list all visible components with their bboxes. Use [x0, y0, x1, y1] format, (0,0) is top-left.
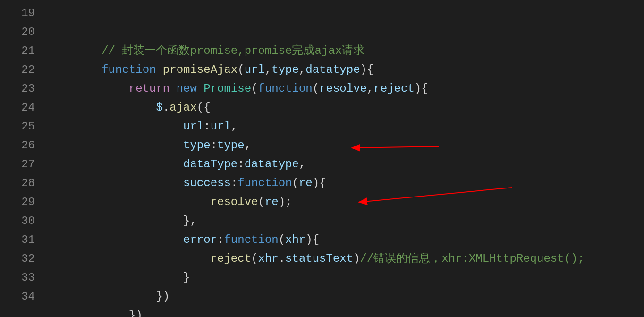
code-token: dataType — [183, 158, 237, 171]
code-line[interactable]: function promiseAjax(url,type,datatype){ — [47, 60, 644, 79]
code-token: { — [367, 63, 373, 76]
code-token: ( — [197, 101, 203, 114]
code-token: { — [421, 82, 428, 95]
code-line[interactable]: error:function(xhr){ — [47, 231, 644, 249]
code-token: ( — [292, 177, 299, 189]
code-token: ) — [360, 63, 367, 76]
line-number: 20 — [0, 23, 35, 42]
code-token: } — [183, 214, 190, 227]
line-number: 27 — [0, 155, 35, 174]
code-token: , — [299, 158, 305, 171]
code-token: // 封装一个函数promise,promise完成ajax请求 — [102, 44, 364, 57]
code-line[interactable]: dataType:datatype, — [47, 155, 644, 174]
code-token: } — [156, 290, 162, 303]
code-token: Promise — [203, 82, 251, 95]
code-token: function — [102, 63, 156, 76]
line-number: 22 — [0, 60, 35, 79]
code-token: ) — [415, 82, 421, 95]
code-token: ) — [305, 233, 312, 246]
code-token: statusText — [285, 252, 353, 265]
code-token: ) — [136, 309, 142, 317]
code-line[interactable]: }) — [47, 306, 644, 317]
code-token: : — [231, 177, 237, 189]
code-token: , — [265, 63, 271, 76]
code-token: //错误的信息，xhr:XMLHttpRequest(); — [360, 252, 585, 265]
code-token: ) — [353, 252, 360, 265]
code-token: type — [183, 139, 211, 152]
code-token: url — [183, 120, 203, 133]
line-number: 23 — [0, 79, 35, 98]
code-token: ) — [279, 196, 285, 208]
code-token: datatype — [245, 158, 299, 171]
code-token: : — [203, 120, 210, 133]
code-line[interactable]: return new Promise(function(resolve,reje… — [47, 79, 644, 98]
code-token: ( — [251, 82, 258, 95]
code-token: re — [265, 196, 279, 208]
code-token: reject — [211, 252, 251, 265]
code-line[interactable]: type:type, — [47, 136, 644, 155]
code-token: ( — [258, 196, 264, 208]
code-line[interactable]: }) — [47, 287, 644, 306]
code-line[interactable]: // 封装一个函数promise,promise完成ajax请求 — [47, 42, 644, 60]
code-editor[interactable]: 19202122232425262728293031323334 // 封装一个… — [0, 0, 644, 317]
line-number: 21 — [0, 42, 35, 60]
code-token — [156, 63, 162, 76]
line-number: 32 — [0, 249, 35, 268]
code-line[interactable]: $.ajax({ — [47, 98, 644, 117]
code-line[interactable]: }, — [47, 212, 644, 231]
code-token: xhr — [285, 233, 305, 246]
code-token: ) — [163, 290, 169, 303]
code-token: datatype — [305, 63, 360, 76]
code-token: function — [258, 82, 313, 95]
code-token: } — [129, 309, 136, 317]
code-token: { — [313, 233, 319, 246]
code-token: promiseAjax — [163, 63, 237, 76]
code-line[interactable]: success:function(re){ — [47, 174, 644, 193]
line-number: 19 — [0, 4, 35, 23]
line-number: 26 — [0, 136, 35, 155]
code-token: , — [190, 214, 196, 227]
code-token: ( — [237, 63, 244, 76]
code-token: ; — [285, 196, 292, 208]
code-line[interactable]: } — [47, 268, 644, 287]
line-number-gutter: 19202122232425262728293031323334 — [0, 0, 47, 317]
code-token: ajax — [169, 101, 197, 114]
code-token — [169, 82, 176, 95]
code-line[interactable]: reject(xhr.statusText)//错误的信息，xhr:XMLHtt… — [47, 249, 644, 268]
line-number: 31 — [0, 231, 35, 249]
code-token: . — [163, 101, 169, 114]
code-token: re — [299, 177, 313, 189]
code-token: { — [203, 101, 210, 114]
line-number: 34 — [0, 287, 35, 306]
code-token: error — [183, 233, 217, 246]
code-token: ( — [313, 82, 319, 95]
code-token: , — [245, 139, 251, 152]
code-token: reject — [373, 82, 414, 95]
code-token: type — [271, 63, 299, 76]
code-token: . — [279, 252, 285, 265]
code-token: function — [237, 177, 292, 189]
code-token: xhr — [258, 252, 278, 265]
code-token: function — [224, 233, 278, 246]
code-token: ( — [251, 252, 258, 265]
line-number: 25 — [0, 117, 35, 136]
code-area[interactable]: // 封装一个函数promise,promise完成ajax请求 functio… — [47, 0, 644, 317]
code-token: type — [217, 139, 245, 152]
code-line[interactable]: resolve(re); — [47, 193, 644, 212]
code-token: url — [211, 120, 231, 133]
line-number: 24 — [0, 98, 35, 117]
line-number: 33 — [0, 268, 35, 287]
line-number: 28 — [0, 174, 35, 193]
code-token: return — [129, 82, 169, 95]
code-token: new — [177, 82, 197, 95]
code-token — [197, 82, 203, 95]
code-token: : — [211, 139, 217, 152]
code-token: , — [231, 120, 237, 133]
code-token: success — [183, 177, 231, 189]
code-line[interactable]: url:url, — [47, 117, 644, 136]
code-token: url — [245, 63, 265, 76]
code-token: ) — [313, 177, 319, 189]
line-number: 30 — [0, 212, 35, 231]
code-token: } — [183, 271, 190, 284]
code-token: { — [319, 177, 326, 189]
